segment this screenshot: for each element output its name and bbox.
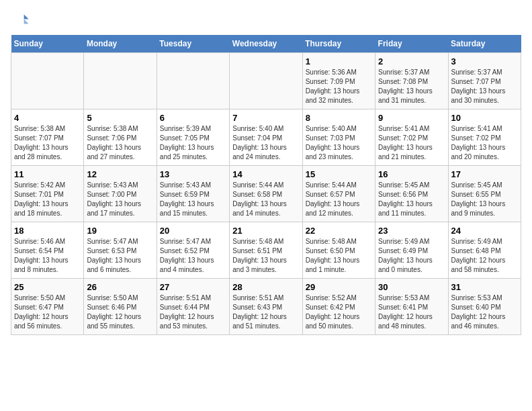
calendar-week-row: 25Sunrise: 5:50 AMSunset: 6:47 PMDayligh… bbox=[11, 279, 521, 335]
day-number: 29 bbox=[306, 282, 372, 292]
day-info: Sunrise: 5:40 AMSunset: 7:03 PMDaylight:… bbox=[306, 124, 372, 162]
calendar-cell: 24Sunrise: 5:49 AMSunset: 6:48 PMDayligh… bbox=[448, 222, 521, 279]
calendar-cell: 17Sunrise: 5:45 AMSunset: 6:55 PMDayligh… bbox=[448, 166, 521, 222]
day-number: 27 bbox=[160, 282, 226, 292]
day-number: 8 bbox=[306, 113, 372, 123]
svg-rect-0 bbox=[11, 11, 30, 30]
day-info: Sunrise: 5:46 AMSunset: 6:54 PMDaylight:… bbox=[14, 237, 81, 275]
day-header-friday: Friday bbox=[375, 35, 448, 53]
calendar-cell: 19Sunrise: 5:47 AMSunset: 6:53 PMDayligh… bbox=[84, 222, 157, 279]
page-header bbox=[11, 11, 521, 30]
calendar-cell: 23Sunrise: 5:49 AMSunset: 6:49 PMDayligh… bbox=[375, 222, 448, 279]
day-number: 28 bbox=[232, 282, 299, 292]
day-number: 10 bbox=[451, 113, 518, 123]
day-info: Sunrise: 5:51 AMSunset: 6:44 PMDaylight:… bbox=[160, 293, 226, 331]
day-info: Sunrise: 5:39 AMSunset: 7:05 PMDaylight:… bbox=[160, 124, 226, 162]
day-header-wednesday: Wednesday bbox=[230, 35, 302, 53]
calendar-week-row: 18Sunrise: 5:46 AMSunset: 6:54 PMDayligh… bbox=[11, 222, 521, 279]
day-number: 3 bbox=[451, 56, 518, 66]
day-number: 13 bbox=[160, 169, 226, 179]
calendar-cell: 1Sunrise: 5:36 AMSunset: 7:09 PMDaylight… bbox=[302, 53, 375, 109]
calendar-header-row: SundayMondayTuesdayWednesdayThursdayFrid… bbox=[11, 35, 521, 53]
day-number: 5 bbox=[87, 113, 153, 123]
day-number: 7 bbox=[232, 113, 299, 123]
calendar-cell: 30Sunrise: 5:53 AMSunset: 6:41 PMDayligh… bbox=[375, 279, 448, 335]
day-number: 11 bbox=[14, 169, 81, 179]
day-info: Sunrise: 5:51 AMSunset: 6:43 PMDaylight:… bbox=[232, 293, 299, 331]
calendar-week-row: 4Sunrise: 5:38 AMSunset: 7:07 PMDaylight… bbox=[11, 109, 521, 166]
day-number: 15 bbox=[306, 169, 372, 179]
day-number: 17 bbox=[451, 169, 518, 179]
day-number: 19 bbox=[87, 226, 153, 236]
day-info: Sunrise: 5:38 AMSunset: 7:06 PMDaylight:… bbox=[87, 124, 153, 162]
day-number: 20 bbox=[160, 226, 226, 236]
day-info: Sunrise: 5:49 AMSunset: 6:48 PMDaylight:… bbox=[451, 237, 518, 275]
calendar-table: SundayMondayTuesdayWednesdayThursdayFrid… bbox=[11, 35, 521, 335]
calendar-cell: 5Sunrise: 5:38 AMSunset: 7:06 PMDaylight… bbox=[84, 109, 157, 166]
day-number: 30 bbox=[378, 282, 445, 292]
day-number: 26 bbox=[87, 282, 153, 292]
calendar-cell: 14Sunrise: 5:44 AMSunset: 6:58 PMDayligh… bbox=[230, 166, 302, 222]
calendar-cell: 9Sunrise: 5:41 AMSunset: 7:02 PMDaylight… bbox=[375, 109, 448, 166]
day-info: Sunrise: 5:48 AMSunset: 6:50 PMDaylight:… bbox=[306, 237, 372, 275]
day-info: Sunrise: 5:53 AMSunset: 6:41 PMDaylight:… bbox=[378, 293, 445, 331]
calendar-cell bbox=[230, 53, 302, 109]
day-number: 4 bbox=[14, 113, 81, 123]
calendar-cell: 8Sunrise: 5:40 AMSunset: 7:03 PMDaylight… bbox=[302, 109, 375, 166]
day-info: Sunrise: 5:50 AMSunset: 6:46 PMDaylight:… bbox=[87, 293, 153, 331]
day-number: 12 bbox=[87, 169, 153, 179]
calendar-cell: 29Sunrise: 5:52 AMSunset: 6:42 PMDayligh… bbox=[302, 279, 375, 335]
day-info: Sunrise: 5:37 AMSunset: 7:07 PMDaylight:… bbox=[451, 68, 518, 105]
day-info: Sunrise: 5:40 AMSunset: 7:04 PMDaylight:… bbox=[232, 124, 299, 162]
day-info: Sunrise: 5:38 AMSunset: 7:07 PMDaylight:… bbox=[14, 124, 81, 162]
day-header-thursday: Thursday bbox=[302, 35, 375, 53]
day-number: 18 bbox=[14, 226, 81, 236]
calendar-cell: 28Sunrise: 5:51 AMSunset: 6:43 PMDayligh… bbox=[230, 279, 302, 335]
day-info: Sunrise: 5:47 AMSunset: 6:53 PMDaylight:… bbox=[87, 237, 153, 275]
calendar-cell: 18Sunrise: 5:46 AMSunset: 6:54 PMDayligh… bbox=[11, 222, 84, 279]
day-number: 22 bbox=[306, 226, 372, 236]
day-info: Sunrise: 5:45 AMSunset: 6:55 PMDaylight:… bbox=[451, 181, 518, 218]
day-info: Sunrise: 5:36 AMSunset: 7:09 PMDaylight:… bbox=[306, 68, 372, 105]
day-info: Sunrise: 5:43 AMSunset: 6:59 PMDaylight:… bbox=[160, 181, 226, 218]
day-info: Sunrise: 5:53 AMSunset: 6:40 PMDaylight:… bbox=[451, 293, 518, 331]
calendar-cell: 20Sunrise: 5:47 AMSunset: 6:52 PMDayligh… bbox=[157, 222, 229, 279]
day-info: Sunrise: 5:50 AMSunset: 6:47 PMDaylight:… bbox=[14, 293, 81, 331]
day-number: 9 bbox=[378, 113, 445, 123]
day-number: 31 bbox=[451, 282, 518, 292]
day-number: 2 bbox=[378, 56, 445, 66]
day-info: Sunrise: 5:43 AMSunset: 7:00 PMDaylight:… bbox=[87, 181, 153, 218]
day-header-tuesday: Tuesday bbox=[157, 35, 229, 53]
calendar-cell bbox=[157, 53, 229, 109]
calendar-cell: 26Sunrise: 5:50 AMSunset: 6:46 PMDayligh… bbox=[84, 279, 157, 335]
calendar-week-row: 11Sunrise: 5:42 AMSunset: 7:01 PMDayligh… bbox=[11, 166, 521, 222]
day-number: 1 bbox=[306, 56, 372, 66]
day-number: 6 bbox=[160, 113, 226, 123]
calendar-cell: 15Sunrise: 5:44 AMSunset: 6:57 PMDayligh… bbox=[302, 166, 375, 222]
day-number: 21 bbox=[232, 226, 299, 236]
day-number: 23 bbox=[378, 226, 445, 236]
logo-icon bbox=[11, 11, 30, 30]
day-info: Sunrise: 5:44 AMSunset: 6:57 PMDaylight:… bbox=[306, 181, 372, 218]
day-number: 25 bbox=[14, 282, 81, 292]
day-info: Sunrise: 5:44 AMSunset: 6:58 PMDaylight:… bbox=[232, 181, 299, 218]
day-number: 16 bbox=[378, 169, 445, 179]
calendar-cell: 3Sunrise: 5:37 AMSunset: 7:07 PMDaylight… bbox=[448, 53, 521, 109]
calendar-cell bbox=[11, 53, 84, 109]
day-info: Sunrise: 5:52 AMSunset: 6:42 PMDaylight:… bbox=[306, 293, 372, 331]
day-header-saturday: Saturday bbox=[448, 35, 521, 53]
logo bbox=[11, 11, 32, 30]
day-header-sunday: Sunday bbox=[11, 35, 84, 53]
day-info: Sunrise: 5:41 AMSunset: 7:02 PMDaylight:… bbox=[378, 124, 445, 162]
day-number: 14 bbox=[232, 169, 299, 179]
day-info: Sunrise: 5:45 AMSunset: 6:56 PMDaylight:… bbox=[378, 181, 445, 218]
calendar-cell: 16Sunrise: 5:45 AMSunset: 6:56 PMDayligh… bbox=[375, 166, 448, 222]
calendar-cell: 13Sunrise: 5:43 AMSunset: 6:59 PMDayligh… bbox=[157, 166, 229, 222]
day-info: Sunrise: 5:37 AMSunset: 7:08 PMDaylight:… bbox=[378, 68, 445, 105]
calendar-cell: 11Sunrise: 5:42 AMSunset: 7:01 PMDayligh… bbox=[11, 166, 84, 222]
calendar-cell: 21Sunrise: 5:48 AMSunset: 6:51 PMDayligh… bbox=[230, 222, 302, 279]
day-info: Sunrise: 5:47 AMSunset: 6:52 PMDaylight:… bbox=[160, 237, 226, 275]
calendar-cell: 31Sunrise: 5:53 AMSunset: 6:40 PMDayligh… bbox=[448, 279, 521, 335]
calendar-cell: 12Sunrise: 5:43 AMSunset: 7:00 PMDayligh… bbox=[84, 166, 157, 222]
calendar-week-row: 1Sunrise: 5:36 AMSunset: 7:09 PMDaylight… bbox=[11, 53, 521, 109]
